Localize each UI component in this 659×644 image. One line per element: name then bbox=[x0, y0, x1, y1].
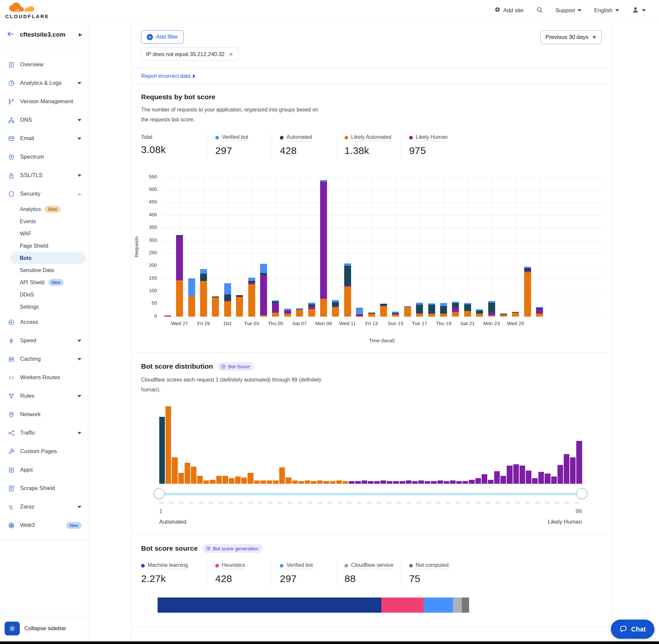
distribution-bar[interactable] bbox=[279, 467, 285, 483]
bot-score-badge[interactable]: Bot Score bbox=[217, 362, 254, 371]
requests-bar[interactable] bbox=[260, 264, 267, 316]
distribution-bar[interactable] bbox=[343, 481, 348, 483]
requests-bar[interactable] bbox=[440, 303, 447, 317]
requests-bar[interactable] bbox=[248, 278, 255, 317]
requests-bar[interactable] bbox=[272, 300, 279, 317]
requests-bar[interactable] bbox=[344, 263, 351, 317]
sidebar-item-apps[interactable]: Apps bbox=[0, 461, 88, 479]
source-segment-not-computed[interactable] bbox=[462, 598, 469, 613]
filter-chip[interactable]: IP does not equal 35.212.240.32 bbox=[141, 47, 238, 61]
distribution-bar[interactable] bbox=[400, 481, 405, 483]
distribution-bar[interactable] bbox=[292, 480, 298, 483]
sidebar-item-ssl-tls[interactable]: SSL/TLS bbox=[0, 166, 88, 185]
sidebar-item-workers-routes[interactable]: Workers Routes bbox=[0, 368, 88, 387]
requests-bar[interactable] bbox=[536, 307, 543, 317]
requests-bar[interactable] bbox=[524, 267, 531, 316]
distribution-bar[interactable] bbox=[500, 476, 506, 484]
distribution-bar[interactable] bbox=[551, 477, 557, 483]
requests-bar[interactable] bbox=[200, 269, 207, 317]
requests-bar[interactable] bbox=[476, 309, 483, 317]
sidebar-item-traffic[interactable]: Traffic bbox=[0, 424, 88, 442]
requests-bar[interactable] bbox=[428, 303, 435, 317]
distribution-bar[interactable] bbox=[425, 481, 430, 483]
sidebar-item-version-management[interactable]: Version Management bbox=[0, 92, 88, 111]
distribution-bar[interactable] bbox=[235, 477, 241, 483]
sidebar-item-scrape-shield[interactable]: Scrape Shield bbox=[0, 479, 88, 498]
add-site-button[interactable]: Add site bbox=[494, 6, 523, 14]
requests-bar[interactable] bbox=[416, 303, 423, 317]
sidebar-item-zaraz[interactable]: Zaraz bbox=[0, 498, 88, 516]
distribution-bar[interactable] bbox=[260, 480, 266, 483]
distribution-bar[interactable] bbox=[469, 480, 474, 484]
cloudflare-logo[interactable]: CLOUDFLARE bbox=[5, 2, 49, 19]
distribution-bar[interactable] bbox=[418, 480, 424, 483]
source-segment-heuristics[interactable] bbox=[381, 598, 424, 613]
distribution-bar[interactable] bbox=[285, 478, 291, 484]
requests-bar[interactable] bbox=[392, 312, 399, 316]
sidebar-item-network[interactable]: Network bbox=[0, 405, 88, 424]
requests-bar[interactable] bbox=[512, 312, 519, 317]
distribution-bar[interactable] bbox=[362, 480, 367, 483]
distribution-bar[interactable] bbox=[545, 474, 550, 484]
distribution-bar[interactable] bbox=[222, 476, 228, 484]
requests-bar[interactable] bbox=[488, 301, 495, 317]
requests-bar[interactable] bbox=[224, 283, 231, 316]
account-menu[interactable] bbox=[632, 6, 646, 15]
sidebar-item-access[interactable]: Access bbox=[0, 313, 88, 331]
distribution-bar[interactable] bbox=[450, 480, 455, 483]
distribution-bar[interactable] bbox=[267, 480, 272, 483]
source-segment-cloudflare-service[interactable] bbox=[453, 598, 462, 613]
language-menu[interactable]: English bbox=[594, 7, 619, 14]
distribution-bar[interactable] bbox=[406, 480, 411, 483]
distribution-bar[interactable] bbox=[229, 478, 234, 483]
requests-bar[interactable] bbox=[236, 295, 243, 316]
distribution-bar[interactable] bbox=[349, 481, 354, 483]
requests-bar[interactable] bbox=[284, 309, 291, 317]
distribution-bar[interactable] bbox=[412, 481, 418, 483]
distribution-bar[interactable] bbox=[444, 481, 449, 483]
distribution-bar[interactable] bbox=[570, 457, 575, 484]
requests-bar[interactable] bbox=[308, 303, 315, 316]
distribution-bar[interactable] bbox=[513, 464, 519, 484]
distribution-bar[interactable] bbox=[197, 476, 203, 484]
sidebar-item-ddos[interactable]: DDoS bbox=[0, 289, 88, 301]
distribution-bar[interactable] bbox=[456, 481, 462, 483]
sidebar-item-settings[interactable]: Settings bbox=[0, 301, 88, 313]
sidebar-item-speed[interactable]: Speed bbox=[0, 331, 88, 350]
sidebar-item-email[interactable]: Email bbox=[0, 129, 88, 148]
distribution-bar[interactable] bbox=[165, 406, 171, 484]
distribution-bar[interactable] bbox=[305, 480, 310, 483]
report-incorrect-data-link[interactable]: Report incorrect data bbox=[141, 73, 195, 79]
sidebar-item-sensitive-data[interactable]: Sensitive Data bbox=[0, 264, 88, 276]
distribution-bar[interactable] bbox=[254, 480, 260, 483]
distribution-bar[interactable] bbox=[475, 478, 481, 483]
distribution-bar[interactable] bbox=[393, 481, 399, 483]
requests-bar[interactable] bbox=[164, 316, 171, 317]
requests-bar[interactable] bbox=[464, 303, 471, 317]
distribution-bar[interactable] bbox=[431, 481, 437, 483]
distribution-bar[interactable] bbox=[387, 481, 392, 483]
sidebar-item-spectrum[interactable]: Spectrum bbox=[0, 148, 88, 166]
requests-bar[interactable] bbox=[356, 308, 363, 317]
sidebar-item-bots[interactable]: Bots bbox=[10, 252, 86, 264]
slider-handle-min[interactable] bbox=[154, 488, 165, 499]
close-icon[interactable] bbox=[229, 52, 233, 57]
distribution-bar[interactable] bbox=[185, 463, 190, 484]
distribution-bar[interactable] bbox=[330, 481, 336, 483]
requests-bar[interactable] bbox=[332, 300, 339, 317]
distribution-bar[interactable] bbox=[374, 481, 380, 483]
distribution-bar[interactable] bbox=[368, 481, 374, 483]
distribution-bar[interactable] bbox=[298, 481, 304, 483]
sidebar-item-rules[interactable]: Rules bbox=[0, 387, 88, 405]
sidebar-item-caching[interactable]: Caching bbox=[0, 350, 88, 368]
requests-bar[interactable] bbox=[452, 302, 459, 317]
distribution-bar[interactable] bbox=[216, 476, 222, 484]
support-menu[interactable]: Support bbox=[556, 7, 582, 14]
sidebar-item-api-shield[interactable]: API ShieldNew bbox=[0, 276, 88, 289]
distribution-bar[interactable] bbox=[507, 466, 512, 483]
distribution-bar[interactable] bbox=[241, 478, 247, 484]
add-filter-button[interactable]: + Add filter bbox=[141, 30, 184, 44]
search-button[interactable] bbox=[536, 6, 543, 15]
distribution-bar[interactable] bbox=[159, 417, 165, 483]
source-segment-machine-learning[interactable] bbox=[158, 598, 381, 613]
